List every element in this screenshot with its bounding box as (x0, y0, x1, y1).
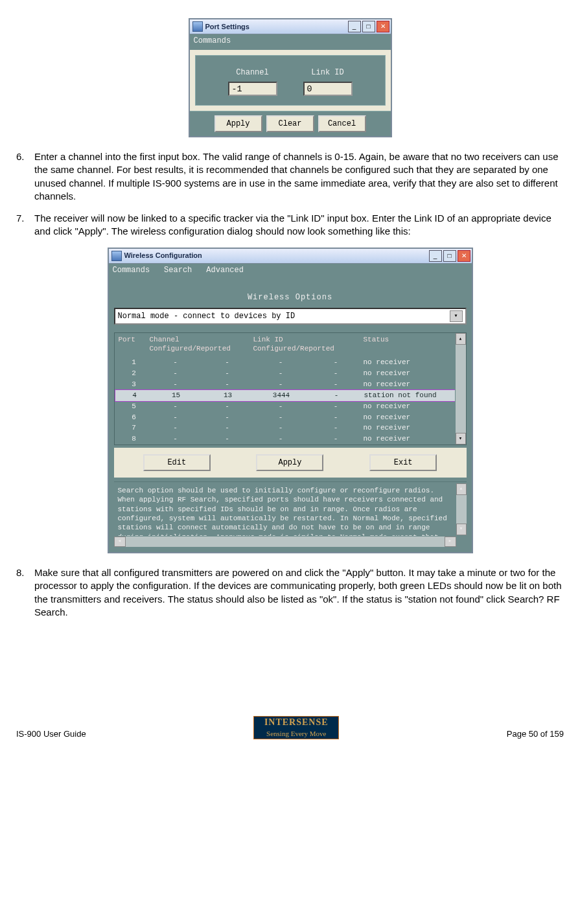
app-icon (111, 251, 122, 261)
cancel-button[interactable]: Cancel (318, 115, 366, 132)
menu-commands[interactable]: Commands (194, 36, 231, 49)
step-6-text: Enter a channel into the first input box… (34, 150, 564, 203)
scroll-right-icon[interactable]: ▸ (445, 537, 456, 547)
intersense-logo: INTERSENSE Sensing Every Move (253, 716, 339, 739)
head-channel-sub: Configured/Reported (150, 345, 231, 352)
mode-value: Normal mode - connect to devices by ID (118, 311, 450, 321)
port-titlebar[interactable]: Port Settings _ □ ✕ (190, 19, 391, 34)
step-7-number: 7. (16, 212, 34, 238)
scroll-up-icon[interactable]: ▴ (456, 333, 466, 345)
minimize-button[interactable]: _ (429, 250, 442, 262)
scroll-up-icon[interactable]: ▴ (456, 483, 467, 495)
wl-titlebar[interactable]: Wireless Configuration _ □ ✕ (109, 249, 472, 264)
table-scrollbar[interactable]: ▴ ▾ (455, 333, 466, 445)
table-row[interactable]: 5----no receiver (115, 401, 466, 412)
exit-button[interactable]: Exit (369, 454, 437, 471)
port-menubar: Commands (190, 34, 391, 50)
channel-input[interactable] (228, 82, 277, 96)
step-6-number: 6. (16, 150, 34, 203)
head-linkid-sub: Configured/Reported (253, 345, 334, 352)
table-row[interactable]: 2----no receiver (115, 368, 466, 379)
channel-label: Channel (236, 67, 268, 78)
wl-menubar: Commands Search Advanced (109, 264, 472, 279)
maximize-button[interactable]: □ (362, 21, 375, 32)
linkid-input[interactable] (303, 82, 353, 96)
head-linkid: Link ID (253, 336, 283, 343)
logo-text-1: INTERSENSE (264, 717, 329, 729)
table-row[interactable]: 1----no receiver (115, 357, 466, 368)
menu-advanced[interactable]: Advanced (206, 265, 244, 278)
step-8: 8. Make sure that all configured transmi… (16, 566, 564, 619)
apply-button[interactable]: Apply (256, 454, 323, 471)
apply-button[interactable]: Apply (215, 115, 262, 132)
scroll-left-icon[interactable]: ◂ (114, 537, 126, 547)
step-7: 7. The receiver will now be linked to a … (16, 212, 564, 238)
port-settings-window: Port Settings _ □ ✕ Commands Channel Lin… (189, 18, 392, 137)
maximize-button[interactable]: □ (443, 250, 456, 262)
table-row[interactable]: 415133444-station not found (115, 389, 466, 402)
minimize-button[interactable]: _ (348, 21, 361, 32)
logo-text-2: Sensing Every Move (266, 729, 326, 739)
info-h-scrollbar[interactable]: ◂ ▸ (114, 536, 456, 547)
port-table: Port Channel Configured/Reported Link ID… (114, 332, 467, 445)
clear-button[interactable]: Clear (266, 115, 314, 132)
head-port: Port (119, 336, 135, 343)
app-icon (192, 21, 203, 32)
linkid-label: Link ID (311, 67, 343, 78)
step-8-number: 8. (16, 566, 34, 619)
footer-left: IS-900 User Guide (16, 728, 86, 740)
info-scrollbar[interactable]: ▴ ▾ (456, 483, 467, 535)
close-button[interactable]: ✕ (458, 250, 470, 262)
menu-commands[interactable]: Commands (113, 265, 150, 278)
table-row[interactable]: 8----no receiver (115, 433, 466, 445)
wireless-config-window: Wireless Configuration _ □ ✕ Commands Se… (108, 248, 473, 553)
head-channel: Channel (150, 336, 180, 343)
menu-search[interactable]: Search (164, 265, 192, 278)
port-title: Port Settings (205, 22, 348, 32)
dropdown-icon[interactable]: ▾ (450, 310, 463, 322)
edit-button[interactable]: Edit (143, 454, 211, 471)
step-8-text: Make sure that all configured transmitte… (34, 566, 564, 619)
info-panel: Search option should be used to initiall… (114, 481, 467, 547)
table-row[interactable]: 7----no receiver (115, 422, 466, 433)
footer-right: Page 50 of 159 (507, 728, 564, 740)
close-button[interactable]: ✕ (377, 21, 389, 32)
mode-select[interactable]: Normal mode - connect to devices by ID ▾ (114, 308, 467, 325)
head-status: Status (364, 336, 389, 343)
page-footer: IS-900 User Guide INTERSENSE Sensing Eve… (16, 716, 564, 739)
scroll-down-icon[interactable]: ▾ (456, 433, 466, 445)
table-row[interactable]: 3----no receiver (115, 379, 466, 390)
step-6: 6. Enter a channel into the first input … (16, 150, 564, 203)
step-7-text: The receiver will now be linked to a spe… (34, 212, 564, 238)
table-row[interactable]: 6----no receiver (115, 412, 466, 423)
wl-section-title: Wireless Options (114, 292, 467, 303)
wl-title: Wireless Configuration (124, 251, 429, 260)
scroll-down-icon[interactable]: ▾ (456, 524, 467, 535)
